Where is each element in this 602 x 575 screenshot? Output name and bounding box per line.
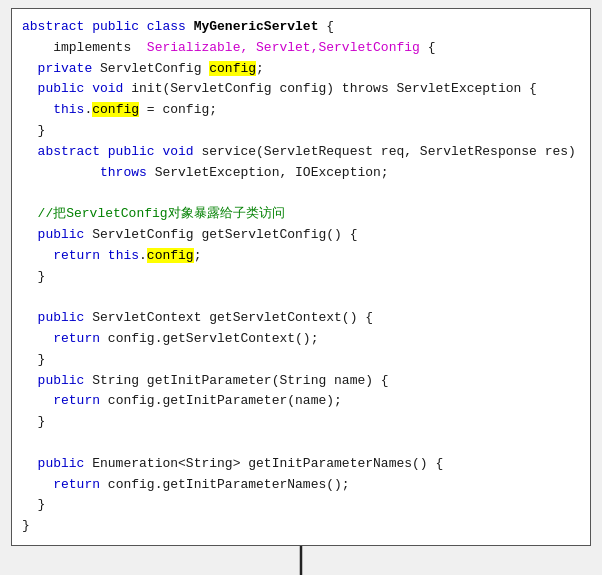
code-line: private ServletConfig config; [22, 59, 580, 80]
classname: MyGenericServlet [194, 19, 319, 34]
code-line: } [22, 267, 580, 288]
arrow-container [11, 546, 591, 575]
code-line: return config.getInitParameter(name); [22, 391, 580, 412]
code-line: this.config = config; [22, 100, 580, 121]
code-line: return config.getInitParameterNames(); [22, 475, 580, 496]
code-line: public ServletConfig getServletConfig() … [22, 225, 580, 246]
code-line: abstract public class MyGenericServlet { [22, 17, 580, 38]
config-highlight: config [147, 248, 194, 263]
code-line: abstract public void service(ServletRequ… [22, 142, 580, 163]
code-line: } [22, 350, 580, 371]
page-wrapper: abstract public class MyGenericServlet {… [0, 0, 602, 575]
code-line: return this.config; [22, 246, 580, 267]
code-line: //把ServletConfig对象暴露给子类访问 [22, 204, 580, 225]
code-line: public String getInitParameter(String na… [22, 371, 580, 392]
arrow-icon [286, 546, 316, 575]
code-line [22, 433, 580, 454]
top-code-box: abstract public class MyGenericServlet {… [11, 8, 591, 546]
code-line: public ServletContext getServletContext(… [22, 308, 580, 329]
code-line: } [22, 516, 580, 537]
code-line: } [22, 121, 580, 142]
code-line: implements Serializable, Servlet,Servlet… [22, 38, 580, 59]
code-line [22, 183, 580, 204]
code-line: public Enumeration<String> getInitParame… [22, 454, 580, 475]
code-line: } [22, 412, 580, 433]
keyword: abstract public class [22, 19, 194, 34]
config-highlight: config [92, 102, 139, 117]
code-line [22, 287, 580, 308]
config-highlight: config [209, 61, 256, 76]
code-line: throws ServletException, IOException; [22, 163, 580, 184]
code-line: public void init(ServletConfig config) t… [22, 79, 580, 100]
code-line: return config.getServletContext(); [22, 329, 580, 350]
code-line: } [22, 495, 580, 516]
